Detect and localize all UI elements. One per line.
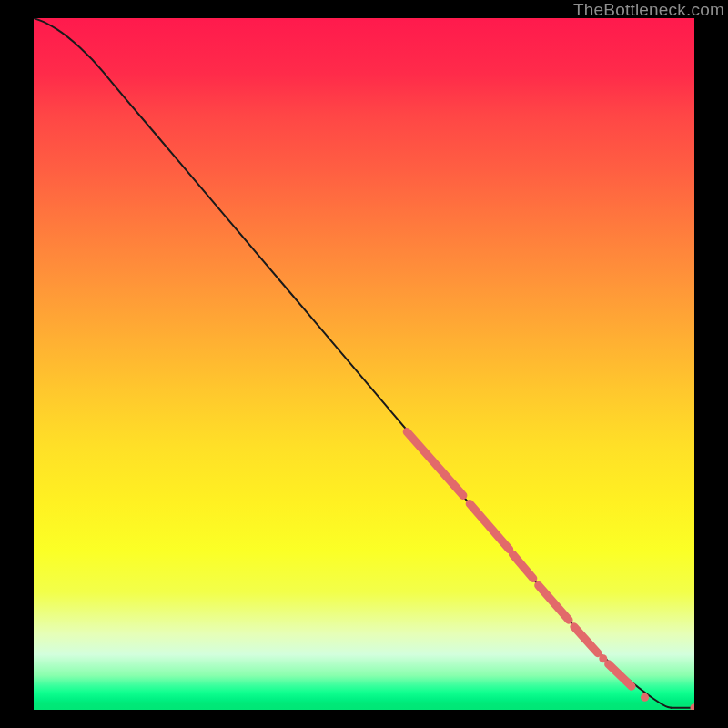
chart-frame <box>34 18 694 710</box>
highlight-dot <box>691 703 695 710</box>
highlight-dot <box>641 693 649 702</box>
highlight-segment <box>539 585 569 620</box>
highlight-segment <box>407 431 463 495</box>
highlight-segment <box>470 504 510 550</box>
highlight-dot <box>599 654 607 662</box>
highlight-segment <box>609 664 632 686</box>
highlight-segment <box>574 627 598 653</box>
highlight-segment <box>512 554 533 579</box>
chart-plot <box>34 18 694 710</box>
highlight-dots <box>599 654 694 710</box>
highlight-segments <box>407 431 632 686</box>
watermark-text: TheBottleneck.com <box>573 0 724 20</box>
main-curve <box>34 18 672 708</box>
